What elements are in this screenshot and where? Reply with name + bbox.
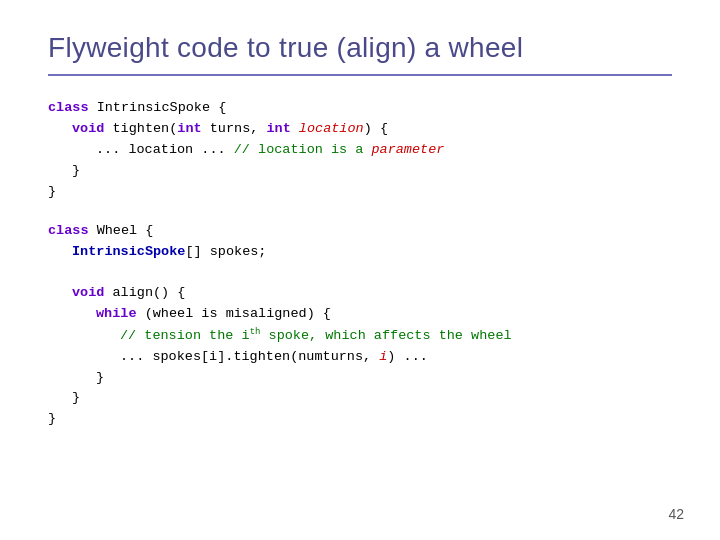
code-line-wheel-5: while (wheel is misaligned) { [96,304,672,325]
keyword-void: void [72,121,104,136]
class-name-wheel: Wheel { [97,223,154,238]
slide: Flyweight code to true (align) a wheel c… [0,0,720,540]
code-line-wheel-2: IntrinsicSpoke[] spokes; [72,242,672,263]
comment-tension: // tension the ith spoke, which affects … [120,328,512,343]
method-tighten: tighten( [113,121,178,136]
code-line-wheel-6: // tension the ith spoke, which affects … [120,325,672,346]
page-number: 42 [668,506,684,522]
spokes-call: ... spokes[i].tighten(numturns, [120,349,379,364]
title-divider [48,74,672,76]
spokes-call-end: ) ... [387,349,428,364]
code-line-wheel-9: } [72,388,672,409]
code-line-5: } [48,182,672,203]
code-line-4: } [72,161,672,182]
param-turns: turns, [202,121,267,136]
keyword-void-align: void [72,285,104,300]
type-intrinsicspoke: IntrinsicSpoke [72,244,185,259]
keyword-int1: int [177,121,201,136]
keyword-class-wheel: class [48,223,89,238]
code-section-1: class IntrinsicSpoke { void tighten(int … [48,98,672,203]
param-location: location [291,121,364,136]
code-line-2: void tighten(int turns, int location) { [72,119,672,140]
paren-close: ) { [364,121,388,136]
comment-location-param: // location is a parameter [234,142,445,157]
code-line-wheel-1: class Wheel { [48,221,672,242]
slide-title: Flyweight code to true (align) a wheel [48,32,672,64]
code-line-1: class IntrinsicSpoke { [48,98,672,119]
dots-location: ... location ... [96,142,234,157]
code-blank [48,262,672,283]
class-name-intrinsic: IntrinsicSpoke { [97,100,227,115]
keyword-while: while [96,306,137,321]
keyword-class: class [48,100,89,115]
keyword-int2: int [266,121,290,136]
while-condition: (wheel is misaligned) { [145,306,331,321]
array-spokes: [] spokes; [185,244,266,259]
code-line-wheel-10: } [48,409,672,430]
code-block: class IntrinsicSpoke { void tighten(int … [48,98,672,430]
code-line-wheel-4: void align() { [72,283,672,304]
code-line-3: ... location ... // location is a parame… [96,140,672,161]
code-section-2: class Wheel { IntrinsicSpoke[] spokes; v… [48,221,672,431]
code-line-wheel-7: ... spokes[i].tighten(numturns, i) ... [120,347,672,368]
method-align: align() { [113,285,186,300]
code-line-wheel-8: } [96,368,672,389]
